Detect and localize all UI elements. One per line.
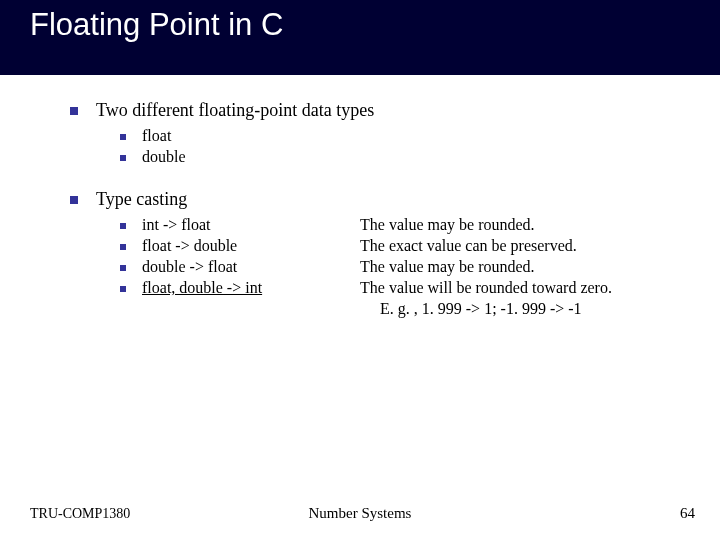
- square-bullet-icon: [70, 196, 78, 204]
- bullet-level2: double: [120, 148, 690, 166]
- footer-center: Number Systems: [0, 505, 720, 522]
- cast-right-text: The value may be rounded.: [360, 258, 535, 276]
- slide-header: Floating Point in C: [0, 0, 720, 75]
- square-bullet-icon: [120, 155, 126, 161]
- square-bullet-icon: [120, 134, 126, 140]
- bullet-text: double: [142, 148, 186, 166]
- cast-row: int -> float The value may be rounded.: [120, 216, 690, 234]
- cast-left-text: float, double -> int: [142, 279, 262, 297]
- square-bullet-icon: [120, 265, 126, 271]
- cast-left-text: int -> float: [142, 216, 211, 234]
- bullet-text: Type casting: [96, 189, 187, 210]
- cast-left-text: float -> double: [142, 237, 237, 255]
- cast-row: float -> double The exact value can be p…: [120, 237, 690, 255]
- cast-row: float, double -> int The value will be r…: [120, 279, 690, 297]
- slide-content: Two different floating-point data types …: [0, 100, 720, 318]
- cast-right-text: The value may be rounded.: [360, 216, 535, 234]
- bullet-level1: Type casting: [70, 189, 690, 210]
- bullet-level2: float: [120, 127, 690, 145]
- square-bullet-icon: [120, 223, 126, 229]
- square-bullet-icon: [70, 107, 78, 115]
- square-bullet-icon: [120, 244, 126, 250]
- bullet-text: float: [142, 127, 171, 145]
- cast-left-text: double -> float: [142, 258, 237, 276]
- bullet-level1: Two different floating-point data types: [70, 100, 690, 121]
- bullet-text: Two different floating-point data types: [96, 100, 374, 121]
- cast-row: double -> float The value may be rounded…: [120, 258, 690, 276]
- square-bullet-icon: [120, 286, 126, 292]
- slide-title: Floating Point in C: [30, 7, 283, 43]
- footer-page-number: 64: [680, 505, 695, 522]
- cast-right-text: The exact value can be preserved.: [360, 237, 577, 255]
- cast-right-text: The value will be rounded toward zero.: [360, 279, 612, 297]
- cast-example-text: E. g. , 1. 999 -> 1; -1. 999 -> -1: [380, 300, 690, 318]
